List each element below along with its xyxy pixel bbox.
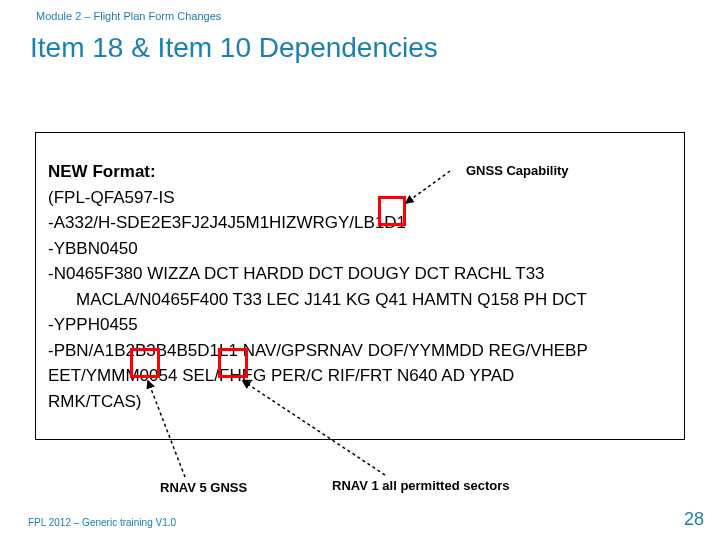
page-number: 28 [684,509,704,530]
flightplan-text: NEW Format: (FPL-QFA597-IS -A332/H-SDE2E… [36,133,684,424]
highlight-box-g [378,196,406,226]
gnss-capability-label: GNSS Capability [466,163,569,178]
fpl-line-5: -YPPH0455 [48,312,674,338]
module-header: Module 2 – Flight Plan Form Changes [0,0,720,28]
format-heading: NEW Format: [48,162,156,181]
fpl-line-4b: MACLA/N0465F400 T33 LEC J141 KG Q41 HAMT… [48,287,674,313]
page-title: Item 18 & Item 10 Dependencies [0,28,720,64]
highlight-box-d1 [218,348,248,378]
fpl-line-1: (FPL-QFA597-IS [48,185,674,211]
fpl-line-2: -A332/H-SDE2E3FJ2J4J5M1HIZWRGY/LB1D1 [48,210,674,236]
flightplan-box: NEW Format: (FPL-QFA597-IS -A332/H-SDE2E… [35,132,685,440]
fpl-line-6c: RMK/TCAS) [48,389,674,415]
fpl-line-3: -YBBN0450 [48,236,674,262]
rnav5-caption: RNAV 5 GNSS [160,480,247,495]
rnav1-caption: RNAV 1 all permitted sectors [332,478,509,493]
footer-text: FPL 2012 – Generic training V1.0 [28,517,176,528]
fpl-line-4a: -N0465F380 WIZZA DCT HARDD DCT DOUGY DCT… [48,261,674,287]
highlight-box-b2 [130,348,160,378]
